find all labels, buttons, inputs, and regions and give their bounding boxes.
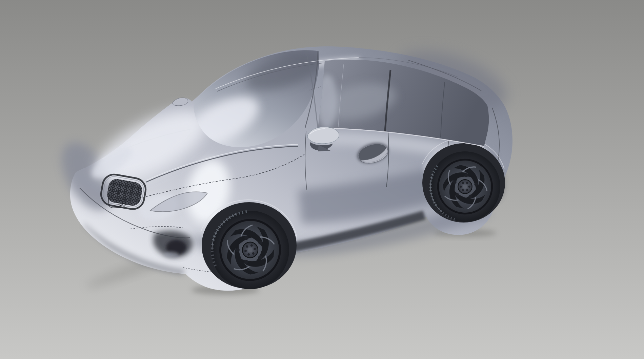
- car-model[interactable]: [51, 39, 514, 299]
- car-render-canvas[interactable]: [0, 0, 644, 359]
- intake-floor-light: [164, 252, 179, 258]
- 3d-viewport[interactable]: [0, 0, 644, 359]
